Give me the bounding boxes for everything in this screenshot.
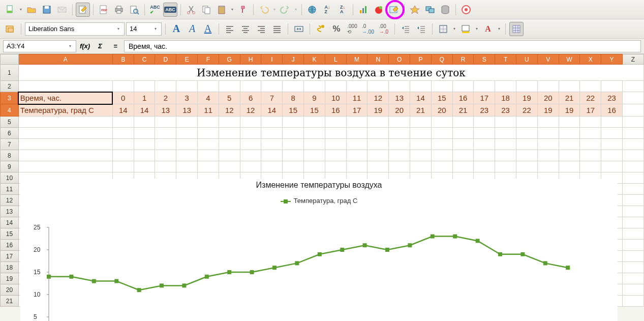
col-header-Z[interactable]: Z: [623, 54, 644, 65]
cell[interactable]: [283, 139, 304, 150]
cell[interactable]: [325, 139, 346, 150]
cell[interactable]: [155, 128, 176, 139]
grid-lines-icon[interactable]: [509, 22, 524, 36]
cell[interactable]: [304, 128, 325, 139]
cell[interactable]: [325, 150, 346, 161]
row-header-15[interactable]: 15: [1, 228, 19, 240]
cell[interactable]: 12: [240, 104, 261, 116]
cell[interactable]: [516, 150, 538, 161]
preview-icon[interactable]: [127, 3, 141, 17]
percent-icon[interactable]: %: [329, 22, 344, 36]
cell[interactable]: [112, 128, 134, 139]
cell-temp-label[interactable]: Температура, град С: [18, 104, 112, 116]
cell[interactable]: [283, 116, 304, 128]
cell[interactable]: [134, 161, 155, 172]
cell[interactable]: [155, 150, 176, 161]
spellcheck-icon[interactable]: ABC✔: [148, 3, 162, 17]
cell[interactable]: [410, 116, 432, 128]
cell[interactable]: [155, 139, 176, 150]
font-name-select[interactable]: Liberation Sans▾: [25, 22, 125, 36]
cell[interactable]: 12: [367, 92, 389, 104]
row-header-10[interactable]: 10: [1, 172, 19, 184]
col-header-J[interactable]: J: [283, 54, 304, 65]
row-header-21[interactable]: 21: [1, 296, 19, 307]
cell[interactable]: [219, 116, 240, 128]
font-size-select[interactable]: 14▾: [126, 22, 162, 36]
cell[interactable]: [240, 150, 261, 161]
cell[interactable]: [155, 161, 176, 172]
cell[interactable]: [474, 81, 495, 92]
cell[interactable]: [474, 161, 495, 172]
cell[interactable]: 23: [474, 104, 495, 116]
row-header-16[interactable]: 16: [1, 240, 19, 251]
cell[interactable]: [623, 128, 644, 139]
font-color-dropdown[interactable]: ▾: [497, 26, 502, 31]
cell[interactable]: 23: [495, 104, 516, 116]
row-header-20[interactable]: 20: [1, 284, 19, 296]
cell[interactable]: [198, 161, 219, 172]
cell[interactable]: [559, 116, 580, 128]
redo-dropdown[interactable]: ▾: [293, 7, 298, 12]
cell[interactable]: 13: [389, 92, 410, 104]
row-header-2[interactable]: 2: [1, 81, 19, 92]
cell[interactable]: 8: [283, 92, 304, 104]
cell[interactable]: 20: [431, 104, 452, 116]
col-header-F[interactable]: F: [198, 54, 219, 65]
cell[interactable]: [346, 139, 367, 150]
cell[interactable]: [623, 150, 644, 161]
cell[interactable]: [431, 150, 452, 161]
cell[interactable]: [367, 128, 389, 139]
cell[interactable]: [623, 228, 644, 240]
cell[interactable]: [537, 150, 559, 161]
col-header-I[interactable]: I: [261, 54, 283, 65]
cell[interactable]: [261, 161, 283, 172]
cell[interactable]: [18, 116, 112, 128]
cell[interactable]: [623, 139, 644, 150]
show-draw-icon[interactable]: [387, 3, 401, 17]
cell[interactable]: [240, 161, 261, 172]
sort-asc-icon[interactable]: A↓Z: [320, 3, 334, 17]
bg-color-icon[interactable]: [458, 22, 473, 36]
data-sources-icon[interactable]: [438, 3, 452, 17]
save-icon[interactable]: [40, 3, 54, 17]
col-header-P[interactable]: P: [410, 54, 432, 65]
cell[interactable]: [176, 150, 198, 161]
row-header-4[interactable]: 4: [1, 104, 19, 116]
cell[interactable]: [304, 139, 325, 150]
cell[interactable]: [580, 161, 601, 172]
cell[interactable]: 20: [537, 92, 559, 104]
cell[interactable]: [112, 116, 134, 128]
cell[interactable]: 17: [474, 92, 495, 104]
print-icon[interactable]: [112, 3, 126, 17]
bg-color-dropdown[interactable]: ▾: [474, 26, 479, 31]
underline-icon[interactable]: A: [201, 22, 215, 36]
pdf-icon[interactable]: PDF: [97, 3, 111, 17]
row-header-13[interactable]: 13: [1, 206, 19, 217]
cell[interactable]: [623, 240, 644, 251]
cell[interactable]: 22: [580, 92, 601, 104]
col-header-S[interactable]: S: [474, 54, 495, 65]
cell[interactable]: [240, 116, 261, 128]
cell[interactable]: 20: [389, 104, 410, 116]
cell[interactable]: 10: [325, 92, 346, 104]
cell[interactable]: 9: [304, 92, 325, 104]
cell[interactable]: 18: [495, 92, 516, 104]
cell[interactable]: 3: [176, 92, 198, 104]
cell[interactable]: [580, 81, 601, 92]
col-header-W[interactable]: W: [559, 54, 580, 65]
cell[interactable]: [134, 116, 155, 128]
cell-time-label[interactable]: Время, час.: [18, 92, 112, 104]
cell[interactable]: [431, 139, 452, 150]
cell[interactable]: [559, 81, 580, 92]
cell[interactable]: [431, 161, 452, 172]
cell[interactable]: [367, 139, 389, 150]
row-header-5[interactable]: 5: [1, 116, 19, 128]
cell[interactable]: [495, 161, 516, 172]
cell[interactable]: [389, 81, 410, 92]
cell[interactable]: [623, 262, 644, 273]
cell[interactable]: [623, 217, 644, 228]
row-header-11[interactable]: 11: [1, 184, 19, 195]
cell[interactable]: 19: [537, 104, 559, 116]
col-header-N[interactable]: N: [367, 54, 389, 65]
bold-icon[interactable]: A: [169, 22, 183, 36]
